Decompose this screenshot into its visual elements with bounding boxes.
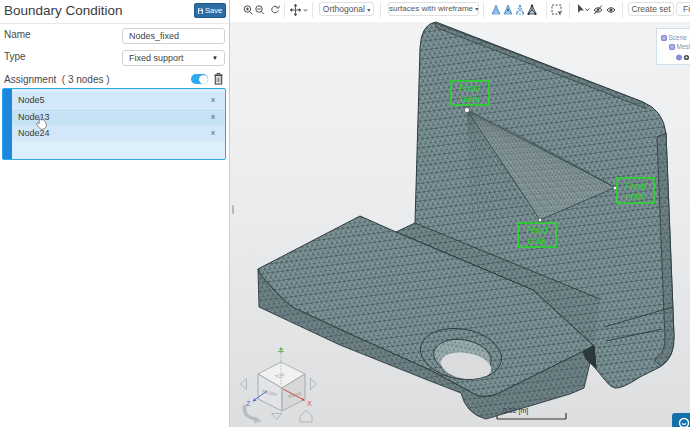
svg-text:Fixed: Fixed	[527, 225, 548, 235]
svg-text:node: node	[626, 191, 645, 201]
svg-text:Fixed: Fixed	[625, 181, 646, 191]
svg-text:node: node	[528, 236, 547, 246]
svg-text:Mesh3: Mesh3	[677, 43, 690, 50]
svg-text:Scene: Scene	[669, 34, 688, 41]
svg-text:Z: Z	[246, 400, 251, 407]
svg-text:X: X	[307, 400, 312, 407]
svg-text:Fixed: Fixed	[460, 83, 481, 93]
svg-text:node: node	[461, 94, 480, 104]
